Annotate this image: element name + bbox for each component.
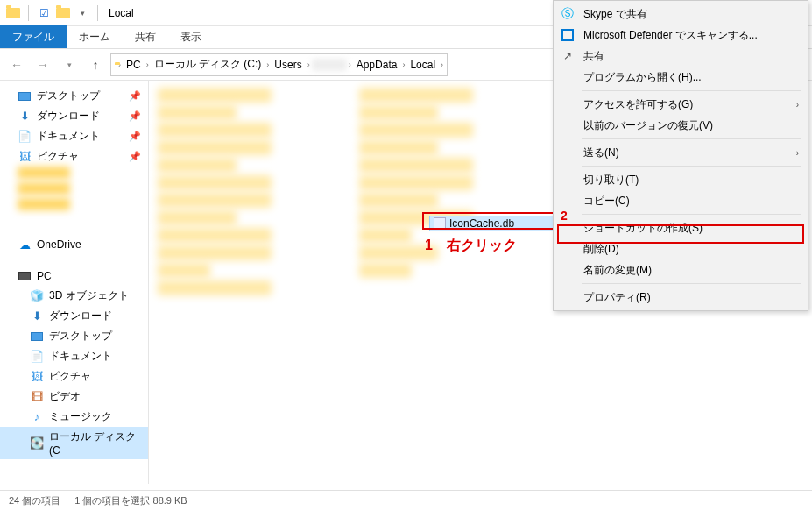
sidebar-item-blurred[interactable] xyxy=(18,182,70,195)
list-item[interactable] xyxy=(158,158,237,173)
properties-icon[interactable]: ☑ xyxy=(36,5,52,21)
ctx-cut[interactable]: 切り取り(T) xyxy=(554,169,808,190)
breadcrumb-local[interactable]: Local xyxy=(406,59,439,71)
list-item[interactable] xyxy=(158,193,272,208)
sidebar-item-download[interactable]: ⬇ダウンロード xyxy=(0,306,148,326)
folder-icon[interactable] xyxy=(55,5,71,21)
sidebar-item-documents[interactable]: 📄ドキュメント📌 xyxy=(0,126,148,146)
folder-icon xyxy=(5,5,21,21)
pictures-icon: 🖼 xyxy=(30,370,44,384)
list-item[interactable] xyxy=(359,193,438,208)
download-icon: ⬇ xyxy=(18,110,32,124)
ctx-delete[interactable]: 削除(D) xyxy=(554,238,808,259)
pin-icon: 📌 xyxy=(129,151,141,162)
sidebar-item-label: デスクトップ xyxy=(49,329,112,344)
chevron-right-icon[interactable]: › xyxy=(441,60,443,69)
ctx-copy[interactable]: コピー(C) xyxy=(554,190,808,211)
breadcrumb[interactable]: › PC › ローカル ディスク (C:) › Users › › AppDat… xyxy=(110,53,448,76)
defender-icon xyxy=(561,28,575,42)
ctx-defender-scan[interactable]: Microsoft Defender でスキャンする... xyxy=(554,25,808,46)
chevron-right-icon[interactable]: › xyxy=(307,60,310,69)
document-icon: 📄 xyxy=(18,130,32,144)
sidebar-item-label: デスクトップ xyxy=(37,89,100,103)
ctx-share[interactable]: ↗共有 xyxy=(554,46,808,67)
music-icon: ♪ xyxy=(30,410,44,424)
back-button[interactable]: ← xyxy=(5,53,28,76)
list-item[interactable] xyxy=(158,123,272,138)
list-item[interactable] xyxy=(359,158,473,173)
sidebar-item-pc[interactable]: PC xyxy=(0,266,148,286)
sidebar-item-blurred[interactable] xyxy=(18,198,70,210)
breadcrumb-users[interactable]: Users xyxy=(271,59,305,71)
dropdown-icon[interactable]: ▾ xyxy=(74,5,90,21)
list-item[interactable] xyxy=(359,123,473,138)
list-item[interactable] xyxy=(359,175,473,190)
list-item[interactable] xyxy=(158,245,272,260)
list-item[interactable] xyxy=(158,280,272,295)
list-item[interactable] xyxy=(359,228,412,243)
recent-dropdown[interactable]: ▾ xyxy=(58,53,81,76)
view-tab[interactable]: 表示 xyxy=(168,26,214,48)
ctx-properties[interactable]: プロパティ(R) xyxy=(554,287,808,308)
sidebar-item-label: ドキュメント xyxy=(49,349,112,364)
separator xyxy=(582,138,801,139)
ctx-restore-previous[interactable]: 以前のバージョンの復元(V) xyxy=(554,115,808,136)
sidebar-item-video[interactable]: 🎞ビデオ xyxy=(0,387,148,407)
ctx-label: 共有 xyxy=(583,49,604,64)
ctx-give-access[interactable]: アクセスを許可する(G)› xyxy=(554,94,808,115)
status-selection: 1 個の項目を選択 88.9 KB xyxy=(74,494,187,507)
list-item[interactable] xyxy=(158,228,272,243)
chevron-right-icon: › xyxy=(796,148,799,158)
sidebar-item-desktop[interactable]: デスクトップ xyxy=(0,326,148,346)
sidebar-item-desktop[interactable]: デスクトップ📌 xyxy=(0,86,148,106)
share-tab[interactable]: 共有 xyxy=(123,26,168,48)
list-item[interactable] xyxy=(359,105,438,120)
sidebar-item-label: OneDrive xyxy=(37,238,81,251)
sidebar-item-cdrive[interactable]: 💽ローカル ディスク (C xyxy=(0,427,148,459)
desktop-icon xyxy=(18,89,32,103)
sidebar-item-blurred[interactable] xyxy=(18,167,70,179)
file-tab[interactable]: ファイル xyxy=(0,25,67,48)
home-tab[interactable]: ホーム xyxy=(67,26,123,48)
chevron-right-icon[interactable]: › xyxy=(402,60,405,69)
sidebar-item-pictures[interactable]: 🖼ピクチャ📌 xyxy=(0,146,148,167)
separator xyxy=(28,5,29,21)
chevron-right-icon[interactable]: › xyxy=(349,60,351,69)
ctx-send-to[interactable]: 送る(N)› xyxy=(554,142,808,163)
breadcrumb-cdrive[interactable]: ローカル ディスク (C:) xyxy=(151,57,265,72)
file-name: IconCache.db xyxy=(449,217,514,230)
ctx-rename[interactable]: 名前の変更(M) xyxy=(554,259,808,280)
ctx-open-with[interactable]: プログラムから開く(H)... xyxy=(554,67,808,88)
list-item[interactable] xyxy=(359,88,473,103)
forward-button[interactable]: → xyxy=(32,53,54,76)
list-item[interactable] xyxy=(359,263,412,278)
list-item[interactable] xyxy=(158,263,210,278)
chevron-right-icon[interactable]: › xyxy=(146,60,149,69)
sidebar-item-music[interactable]: ♪ミュージック xyxy=(0,407,148,427)
context-menu: ⓈSkype で共有 Microsoft Defender でスキャンする...… xyxy=(553,0,808,311)
sidebar-item-pictures[interactable]: 🖼ピクチャ xyxy=(0,366,148,387)
chevron-right-icon[interactable]: › xyxy=(266,60,269,69)
list-item[interactable] xyxy=(158,140,272,155)
up-button[interactable]: ↑ xyxy=(84,53,107,76)
ctx-skype-share[interactable]: ⓈSkype で共有 xyxy=(554,4,808,25)
sidebar-item-documents[interactable]: 📄ドキュメント xyxy=(0,346,148,366)
list-item[interactable] xyxy=(359,140,438,155)
separator xyxy=(582,90,801,91)
sidebar-item-onedrive[interactable]: ☁OneDrive xyxy=(0,235,148,254)
ctx-create-shortcut[interactable]: ショートカットの作成(S) xyxy=(554,217,808,238)
desktop-icon xyxy=(30,330,44,344)
share-icon: ↗ xyxy=(561,49,575,63)
sidebar-item-download[interactable]: ⬇ダウンロード📌 xyxy=(0,106,148,126)
list-item[interactable] xyxy=(158,175,272,190)
list-item[interactable] xyxy=(158,88,272,103)
breadcrumb-appdata[interactable]: AppData xyxy=(353,59,401,71)
breadcrumb-pc[interactable]: PC xyxy=(123,59,145,71)
list-item[interactable] xyxy=(158,210,237,225)
skype-icon: Ⓢ xyxy=(561,7,575,21)
ctx-label: Skype で共有 xyxy=(583,7,647,22)
list-item[interactable] xyxy=(158,105,237,120)
sidebar-item-3dobjects[interactable]: 🧊3D オブジェクト xyxy=(0,286,148,306)
sidebar-item-label: ピクチャ xyxy=(37,149,79,164)
breadcrumb-user-blurred[interactable] xyxy=(312,59,347,71)
